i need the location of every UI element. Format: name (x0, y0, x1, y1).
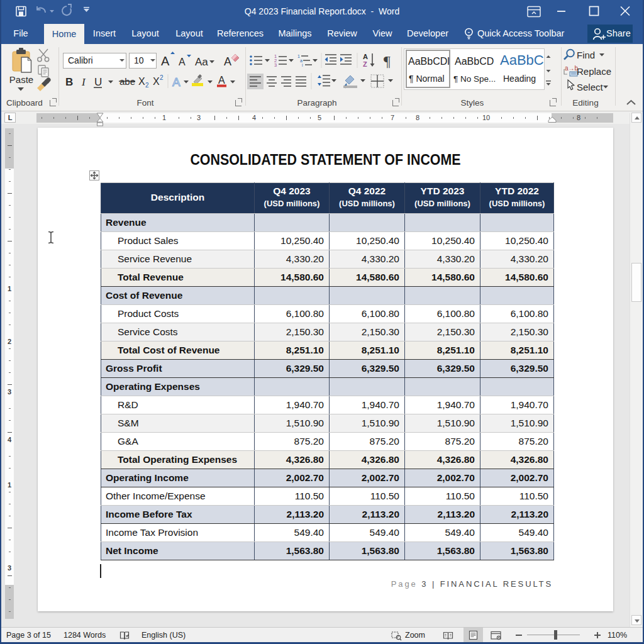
svg-text:I: I (81, 76, 86, 88)
svg-text:2: 2 (145, 82, 149, 89)
svg-text:A: A (224, 55, 231, 68)
svg-text:A: A (161, 54, 170, 68)
svg-text:A: A (172, 75, 180, 89)
svg-text:X: X (153, 76, 160, 87)
svg-text:Aa: Aa (195, 56, 208, 68)
svg-text:i: i (302, 63, 303, 67)
svg-text:A: A (363, 53, 368, 60)
svg-text:B: B (65, 76, 73, 88)
svg-text:1: 1 (297, 54, 300, 58)
svg-text:2: 2 (160, 74, 164, 81)
svg-text:¶: ¶ (384, 53, 391, 69)
svg-text:a: a (300, 58, 303, 63)
svg-text:U: U (94, 76, 102, 88)
svg-text:A: A (179, 57, 186, 67)
svg-text:A: A (218, 75, 225, 86)
svg-text:X: X (138, 76, 145, 87)
svg-text:Z: Z (363, 60, 367, 68)
svg-text:3: 3 (274, 62, 277, 68)
